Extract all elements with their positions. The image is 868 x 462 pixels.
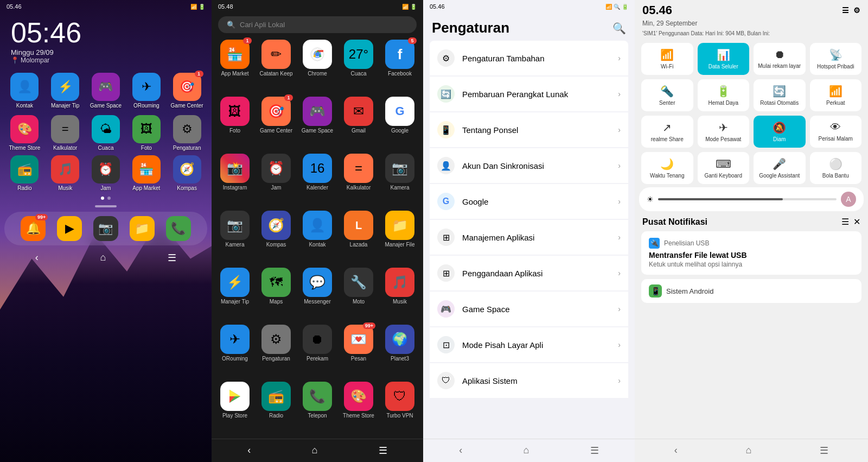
notif-manage-icon[interactable]: ☰ — [841, 217, 849, 227]
home-app-radio[interactable]: 📻 Radio — [5, 155, 44, 191]
drawer-telepon[interactable]: 📞 Telepon — [298, 382, 336, 435]
home-app-musik[interactable]: 🎵 Musik — [46, 155, 85, 191]
toggle-diam[interactable]: 🔕 Diam — [754, 116, 806, 148]
home-app-game-center[interactable]: 🎯 1 Game Center — [168, 73, 206, 109]
home-app-oroaming[interactable]: ✈ ORouming — [127, 73, 165, 109]
drawer-kompas[interactable]: 🧭 Kompas — [257, 211, 295, 264]
drawer-facebook[interactable]: f5 Facebook — [381, 40, 419, 93]
toggle-senter[interactable]: 🔦 Senter — [641, 79, 693, 111]
drawer-chrome[interactable]: Chrome — [298, 40, 336, 93]
toggle-ganti-keyboard[interactable]: ⌨ Ganti Keyboard — [698, 152, 750, 184]
quick-nav-home[interactable]: ⌂ — [746, 445, 752, 457]
toggle-hotspot[interactable]: 📡 Hotspot Pribadi — [810, 43, 862, 75]
drawer-radio[interactable]: 📻 Radio — [257, 382, 295, 435]
drawer-nav-recent[interactable]: ☰ — [379, 445, 387, 457]
drawer-pesan[interactable]: 💌99+ Pesan — [340, 325, 378, 378]
settings-nav-home[interactable]: ⌂ — [524, 445, 529, 457]
settings-nav-back[interactable]: ‹ — [459, 445, 462, 457]
drawer-pengaturan[interactable]: ⚙ Pengaturan — [257, 325, 295, 378]
drawer-instagram[interactable]: 📸 Instagram — [216, 154, 254, 207]
home-app-kalkulator[interactable]: = Kalkulator — [46, 115, 85, 151]
settings-item-tambahan[interactable]: ⚙ Pengaturan Tambahan › — [430, 41, 628, 75]
toggle-perisai-malam[interactable]: 👁 Perisai Malam — [810, 116, 862, 148]
drawer-lazada[interactable]: L Lazada — [340, 211, 378, 264]
drawer-turbo-vpn[interactable]: 🛡 Turbo VPN — [381, 382, 419, 435]
settings-nav-recent[interactable]: ☰ — [590, 445, 599, 457]
drawer-musik[interactable]: 🎵 Musik — [381, 268, 419, 321]
drawer-kamera2[interactable]: 📷 Kamera — [216, 211, 254, 264]
drawer-maps[interactable]: 🗺 Maps — [257, 268, 295, 321]
nav-home[interactable]: ⌂ — [100, 252, 106, 264]
settings-item-akun[interactable]: 👤 Akun Dan Sinkronisasi › — [430, 148, 628, 183]
home-app-kontak[interactable]: 👤 Kontak — [5, 73, 44, 109]
home-app-theme-store[interactable]: 🎨 Theme Store — [5, 115, 44, 151]
toggle-mode-pesawat[interactable]: ✈ Mode Pesawat — [698, 116, 750, 148]
drawer-catatan[interactable]: ✏ Catatan Keep — [257, 40, 295, 93]
drawer-google[interactable]: G Google — [381, 97, 419, 150]
home-app-manajer-tip[interactable]: ⚡ Manajer Tip — [46, 73, 85, 109]
drawer-kontak[interactable]: 👤 Kontak — [298, 211, 336, 264]
toggle-google-assistant[interactable]: 🎤 Google Assistant — [754, 152, 806, 184]
toggle-rotasi[interactable]: 🔄 Rotasi Otomatis — [754, 79, 806, 111]
drawer-game-space[interactable]: 🎮 Game Space — [298, 97, 336, 150]
toggle-perkuat[interactable]: 📶 Perkuat — [810, 79, 862, 111]
toggle-hemat-daya[interactable]: 🔋 Hemat Daya — [698, 79, 750, 111]
home-app-kompas[interactable]: 🧭 Kompas — [168, 155, 206, 191]
drawer-theme-store[interactable]: 🎨 Theme Store — [340, 382, 378, 435]
quick-settings-icon[interactable]: ⚙ — [853, 6, 860, 15]
dock-camera[interactable]: 📷 — [93, 216, 118, 241]
drawer-perekam[interactable]: ⏺ Perekam — [298, 325, 336, 378]
drawer-app-market[interactable]: 🏪1 App Market — [216, 40, 254, 93]
drawer-oroaming[interactable]: ✈ ORouming — [216, 325, 254, 378]
drawer-gmail[interactable]: ✉ Gmail — [340, 97, 378, 150]
dock-notification[interactable]: 🔔 99+ — [21, 216, 46, 241]
toggle-waktu-tenang[interactable]: 🌙 Waktu Tenang — [641, 152, 693, 184]
drawer-kalender[interactable]: 16 Kalender — [298, 154, 336, 207]
drawer-play-store[interactable]: Play Store — [216, 382, 254, 435]
drawer-manajer-file[interactable]: 📁 Manajer File — [381, 211, 419, 264]
home-app-cuaca[interactable]: 🌤 Cuaca — [87, 115, 125, 151]
quick-nav-back[interactable]: ‹ — [674, 445, 678, 457]
drawer-planet3[interactable]: 🌍 Planet3 — [381, 325, 419, 378]
settings-search-icon[interactable]: 🔍 — [612, 22, 626, 35]
home-app-app-market[interactable]: 🏪 App Market — [127, 155, 165, 191]
notif-card-usb[interactable]: 🔌 Penelisian USB Mentransfer File lewat … — [641, 231, 861, 275]
settings-item-pembaruan[interactable]: 🔄 Pembaruan Perangkat Lunak › — [430, 77, 628, 111]
settings-item-aplikasi-sistem[interactable]: 🛡 Aplikasi Sistem › — [430, 363, 628, 398]
brightness-track[interactable] — [658, 198, 837, 200]
toggle-data-seluler[interactable]: 📊 Data Seluler — [698, 43, 750, 75]
avatar[interactable]: A — [841, 192, 856, 207]
notif-close-icon[interactable]: ✕ — [853, 217, 860, 227]
drawer-kalkulator[interactable]: = Kalkulator — [340, 154, 378, 207]
drawer-nav-home[interactable]: ⌂ — [312, 445, 318, 457]
home-app-game-space[interactable]: 🎮 Game Space — [87, 73, 125, 109]
drawer-search-bar[interactable]: 🔍 Cari Apli Lokal — [218, 16, 417, 33]
settings-item-manajemen[interactable]: ⊞ Manajemen Aplikasi › — [430, 220, 628, 255]
dock-files[interactable]: 📁 — [130, 216, 155, 241]
toggle-rekam[interactable]: ⏺ Mulai rekam layar — [754, 43, 806, 75]
drawer-jam[interactable]: ⏰ Jam — [257, 154, 295, 207]
drawer-game-center[interactable]: 🎯1 Game Center — [257, 97, 295, 150]
drawer-nav-back[interactable]: ‹ — [247, 445, 251, 457]
dock-play[interactable]: ▶ — [57, 216, 82, 241]
home-app-jam[interactable]: ⏰ Jam — [87, 155, 125, 191]
settings-item-tentang[interactable]: 📱 Tentang Ponsel › — [430, 112, 628, 147]
home-app-pengaturan[interactable]: ⚙ Pengaturan — [168, 115, 206, 151]
nav-recent[interactable]: ☰ — [168, 252, 176, 264]
toggle-wifi[interactable]: 📶 Wi-Fi — [641, 43, 693, 75]
settings-item-penggandaan[interactable]: ⊞ Penggandaan Aplikasi › — [430, 256, 628, 290]
quick-nav-recent[interactable]: ☰ — [820, 445, 828, 457]
quick-edit-icon[interactable]: ☰ — [842, 6, 849, 15]
settings-item-mode-pisah[interactable]: ⊡ Mode Pisah Layar Apli › — [430, 327, 628, 362]
drawer-moto[interactable]: 🔧 Moto — [340, 268, 378, 321]
notif-card-sistem[interactable]: 📱 Sistem Android — [641, 279, 861, 303]
drawer-messenger[interactable]: 💬 Messenger — [298, 268, 336, 321]
home-app-foto[interactable]: 🖼 Foto — [127, 115, 165, 151]
toggle-realme-share[interactable]: ↗ realme Share — [641, 116, 693, 148]
drawer-cuaca[interactable]: 27° Cuaca — [340, 40, 378, 93]
toggle-bola-bantu[interactable]: ⚪ Bola Bantu — [810, 152, 862, 184]
nav-back[interactable]: ‹ — [35, 252, 39, 264]
settings-item-google[interactable]: G Google › — [430, 184, 628, 219]
dock-phone[interactable]: 📞 — [166, 216, 191, 241]
swipe-handle[interactable] — [0, 203, 212, 210]
